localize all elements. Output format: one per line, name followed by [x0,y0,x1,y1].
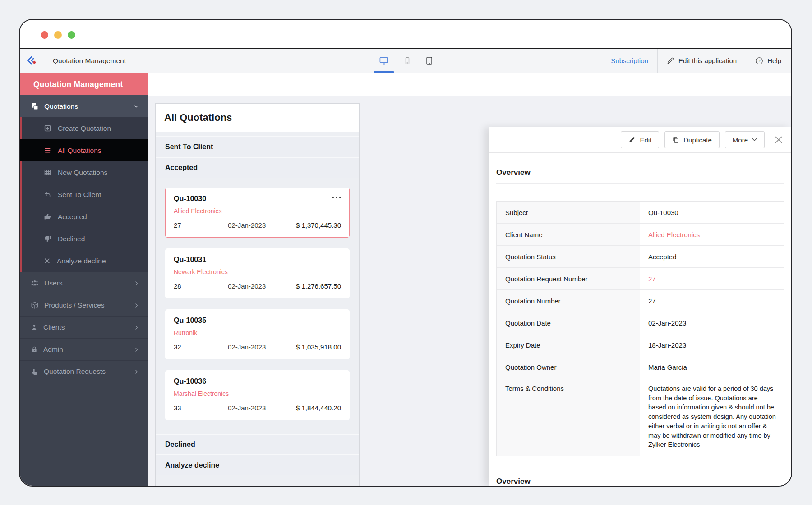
sidebar-item-create-quotation[interactable]: Create Quotation [22,117,148,139]
list-gap [156,132,359,136]
sidebar-group-label: Quotations [44,102,78,110]
row-value-link[interactable]: Allied Electronics [640,224,784,245]
row-value: 27 [640,290,784,312]
card-client[interactable]: Rutronik [174,329,341,336]
quotation-card[interactable]: Qu-10035 Rutronik 32 02-Jan-2023 $ 1,035… [165,309,350,359]
chevron-down-icon [133,103,139,110]
cube-icon [31,301,39,309]
toolbar-divider [44,49,44,73]
duplicate-button-label: Duplicate [683,136,712,144]
svg-text:?: ? [758,58,760,63]
sidebar-item-declined[interactable]: Declined [22,228,148,250]
help-button[interactable]: ? Help [746,49,790,73]
sidebar-item-label: Products / Services [44,301,105,309]
row-value-link[interactable]: 27 [640,268,784,289]
sidebar: Quotation Management Quotations [20,73,148,486]
sidebar-item-label: Analyze decline [57,257,106,265]
edit-application-button[interactable]: Edit this application [658,49,746,73]
zoom-window-icon[interactable] [68,31,75,39]
card-request-number: 33 [174,404,228,412]
row-value: Accepted [640,246,784,267]
overview-table: Subject Qu-10030 Client Name Allied Elec… [496,201,784,456]
card-amount: $ 1,844,440.20 [296,404,341,412]
close-window-icon[interactable] [41,31,48,39]
row-value: 02-Jan-2023 [640,312,784,334]
section-accepted[interactable]: Accepted [156,157,359,178]
card-menu-icon[interactable] [332,195,341,198]
app-logo[interactable] [20,49,44,73]
row-label: Expiry Date [497,334,640,356]
more-button[interactable]: More [725,131,765,148]
edit-application-label: Edit this application [678,57,737,64]
card-amount: $ 1,276,657.50 [296,282,341,290]
tablet-preview-icon[interactable] [425,55,434,66]
row-value: 18-Jan-2023 [640,334,784,356]
traffic-lights [41,31,75,39]
sidebar-item-label: New Quotations [58,169,107,177]
window-titlebar [20,20,791,48]
chevron-right-icon [134,347,139,353]
sidebar-item-label: Declined [58,235,85,243]
card-client[interactable]: Marshal Electronics [174,390,341,397]
content-top-band [148,73,791,96]
hand-point-icon [31,368,38,376]
section-analyze-decline[interactable]: Analyze decline [156,454,359,475]
creator-logo-icon [26,55,38,67]
sidebar-item-analyze-decline[interactable]: Analyze decline [22,250,148,272]
sidebar-item-quotation-requests[interactable]: Quotation Requests [20,360,148,382]
top-toolbar: Quotation Management [20,49,791,73]
row-label: Quotation Owner [497,356,640,378]
chevron-down-icon [752,138,757,142]
subscription-link[interactable]: Subscription [611,57,648,64]
plus-square-icon [44,124,51,132]
phone-preview-icon[interactable] [404,55,411,66]
table-row: Subject Qu-10030 [497,202,784,224]
duplicate-button[interactable]: Duplicate [664,131,720,148]
detail-header: Edit Duplicate More [489,127,791,153]
sidebar-group-quotations[interactable]: Quotations [20,95,148,117]
sidebar-item-products-services[interactable]: Products / Services [20,294,148,316]
detail-body: Overview Subject Qu-10030 Client Name Al… [489,153,791,486]
sidebar-app-title: Quotation Management [20,73,148,95]
section-sent-to-client[interactable]: Sent To Client [156,136,359,157]
sidebar-item-admin[interactable]: Admin [20,338,148,360]
table-row: Quotation Owner Maria Garcia [497,356,784,378]
desktop-preview-icon[interactable] [378,55,390,66]
card-client[interactable]: Allied Electronics [174,207,341,215]
card-client[interactable]: Newark Electronics [174,268,341,275]
quotation-card[interactable]: Qu-10030 Allied Electronics 27 02-Jan-20… [165,188,350,238]
sidebar-item-clients[interactable]: Clients [20,316,148,338]
toolbar-app-title: Quotation Management [53,57,126,65]
sidebar-item-new-quotations[interactable]: New Quotations [22,161,148,184]
card-date: 02-Jan-2023 [228,282,296,290]
sidebar-item-label: Accepted [58,213,87,221]
minimize-window-icon[interactable] [54,31,62,39]
copy-icon [672,136,679,143]
table-row: Quotation Request Number 27 [497,268,784,290]
thumb-down-icon [44,235,51,243]
edit-button[interactable]: Edit [621,131,659,148]
edit-button-label: Edit [640,136,651,144]
app-window: Quotation Management [19,19,792,487]
sidebar-item-all-quotations[interactable]: All Quotations [20,139,148,161]
quotation-card[interactable]: Qu-10036 Marshal Electronics 33 02-Jan-2… [165,370,350,420]
quotation-card[interactable]: Qu-10031 Newark Electronics 28 02-Jan-20… [165,248,350,298]
card-date: 02-Jan-2023 [228,221,296,229]
card-request-number: 27 [174,221,228,229]
list-panel-title: All Quotations [164,112,232,124]
accepted-cards: Qu-10030 Allied Electronics 27 02-Jan-20… [156,178,359,434]
help-label: Help [767,57,781,64]
sidebar-item-label: Admin [43,345,63,354]
section-declined[interactable]: Declined [156,434,359,454]
chevron-right-icon [134,325,139,331]
sidebar-item-users[interactable]: Users [20,272,148,294]
more-button-label: More [733,136,748,144]
sidebar-item-sent-to-client[interactable]: Sent To Client [22,184,148,206]
sidebar-item-label: All Quotations [58,147,102,155]
toolbar-right-actions: Subscription Edit this application ? Hel… [611,49,791,73]
sidebar-item-accepted[interactable]: Accepted [22,206,148,228]
card-amount: $ 1,035,918.00 [296,343,341,351]
sidebar-item-label: Users [44,279,62,287]
table-row: Quotation Number 27 [497,290,784,312]
close-panel-icon[interactable] [775,136,783,144]
